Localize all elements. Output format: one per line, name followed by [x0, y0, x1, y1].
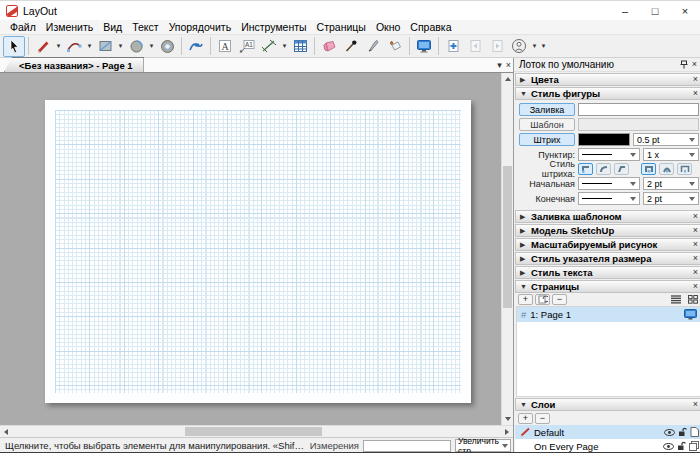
account-dropdown[interactable]: ▾	[530, 36, 539, 57]
split-tool-button[interactable]	[362, 36, 384, 57]
dimension-tool-button[interactable]	[258, 36, 280, 57]
rectangle-tool-dropdown[interactable]: ▾	[116, 36, 125, 57]
drawing-canvas[interactable]	[0, 73, 513, 425]
cap-round-button[interactable]	[659, 163, 674, 175]
section-text-style[interactable]: ▶ Стиль текста ×	[515, 266, 700, 279]
pages-grid-view-button[interactable]	[685, 294, 700, 305]
start-arrow-dropdown[interactable]	[578, 177, 640, 190]
fill-color-swatch[interactable]	[578, 103, 699, 116]
pattern-swatch[interactable]	[578, 118, 699, 131]
section-close-icon[interactable]: ×	[693, 281, 698, 292]
end-arrow-dropdown[interactable]	[578, 192, 640, 205]
section-scaled-drawing[interactable]: ▶ Масштабируемый рисунок ×	[515, 238, 700, 251]
menu-tools[interactable]: Инструменты	[236, 20, 311, 35]
add-page-button[interactable]	[442, 36, 464, 57]
canvas-vertical-scrollbar[interactable]	[501, 73, 513, 425]
layer-unlocked-icon[interactable]	[677, 441, 686, 451]
pages-duplicate-button[interactable]	[535, 294, 550, 305]
section-dimension-style[interactable]: ▶ Стиль указателя размера ×	[515, 252, 700, 265]
menu-arrange[interactable]: Упорядочить	[164, 20, 236, 35]
join-miter-button[interactable]	[578, 163, 593, 175]
select-tool-button[interactable]	[3, 36, 25, 57]
label-tool-button[interactable]: A1	[236, 36, 258, 57]
dash-pattern-dropdown[interactable]	[578, 148, 640, 161]
freehand-tool-button[interactable]	[185, 36, 207, 57]
start-arrow-size-dropdown[interactable]: 2 pt	[643, 177, 699, 190]
menu-view[interactable]: Вид	[98, 20, 127, 35]
style-tool-button[interactable]	[340, 36, 362, 57]
stroke-toggle-button[interactable]: Штрих	[519, 133, 575, 146]
layer-unlocked-icon[interactable]	[678, 427, 687, 437]
layer-row-default[interactable]: Default	[515, 425, 700, 439]
zoom-select[interactable]: Увеличить стр	[455, 439, 511, 452]
page-row[interactable]: # 1: Page 1	[517, 307, 700, 322]
page-presentation-icon[interactable]	[684, 309, 697, 320]
menu-window[interactable]: Окно	[371, 20, 405, 35]
menu-file[interactable]: Файл	[5, 20, 41, 35]
section-colors[interactable]: ▶ Цвета ×	[515, 73, 700, 86]
arc-tool-dropdown[interactable]: ▾	[85, 36, 94, 57]
section-close-icon[interactable]: ×	[693, 211, 698, 222]
offset-tool-button[interactable]	[156, 36, 178, 57]
rectangle-tool-button[interactable]	[94, 36, 116, 57]
previous-page-button[interactable]	[464, 36, 486, 57]
section-pages[interactable]: ▼ Страницы ×	[515, 280, 700, 293]
presentation-button[interactable]	[413, 36, 435, 57]
circle-tool-dropdown[interactable]: ▾	[147, 36, 156, 57]
layer-single-page-icon[interactable]	[690, 427, 699, 437]
section-shape-style[interactable]: ▼ Стиль фигуры ×	[515, 87, 700, 100]
layer-row-on-every-page[interactable]: On Every Page	[515, 439, 700, 453]
horizontal-scroll-thumb[interactable]	[185, 427, 322, 436]
maximize-button[interactable]: □	[640, 1, 670, 20]
vertical-scroll-thumb[interactable]	[503, 166, 512, 308]
tab-list-dropdown[interactable]: ▾	[497, 58, 502, 72]
menu-help[interactable]: Справка	[405, 20, 456, 35]
stroke-color-swatch[interactable]	[578, 133, 630, 146]
tab-close-icon[interactable]: ×	[506, 58, 511, 72]
circle-tool-button[interactable]	[125, 36, 147, 57]
join-round-button[interactable]	[596, 163, 611, 175]
menu-pages[interactable]: Страницы	[312, 20, 371, 35]
cap-square-button[interactable]	[677, 163, 692, 175]
close-button[interactable]: ×	[670, 1, 700, 20]
join-bevel-button[interactable]	[614, 163, 629, 175]
canvas-horizontal-scrollbar[interactable]	[0, 425, 513, 437]
end-arrow-size-dropdown[interactable]: 2 pt	[643, 192, 699, 205]
dimension-tool-dropdown[interactable]: ▾	[280, 36, 289, 57]
section-pattern-fill[interactable]: ▶ Заливка шаблоном ×	[515, 210, 700, 223]
section-close-icon[interactable]: ×	[693, 399, 698, 410]
dash-scale-dropdown[interactable]: 1 x	[643, 148, 699, 161]
menu-edit[interactable]: Изменить	[41, 20, 98, 35]
menu-text[interactable]: Текст	[127, 20, 163, 35]
scroll-up-icon[interactable]	[502, 73, 513, 85]
measurements-input[interactable]	[363, 440, 451, 452]
pattern-toggle-button[interactable]: Шаблон	[519, 118, 575, 131]
layer-visibility-icon[interactable]	[664, 429, 675, 436]
pages-list-view-button[interactable]	[668, 294, 683, 305]
fill-toggle-button[interactable]: Заливка	[519, 103, 575, 116]
eraser-tool-button[interactable]	[318, 36, 340, 57]
layers-remove-button[interactable]: −	[535, 413, 550, 424]
document-tab[interactable]: <Без названия> - Page 1	[4, 57, 144, 72]
text-tool-button[interactable]: A	[214, 36, 236, 57]
line-tool-button[interactable]	[32, 36, 54, 57]
page-sheet[interactable]	[45, 100, 471, 403]
section-close-icon[interactable]: ×	[693, 88, 698, 99]
table-tool-button[interactable]	[289, 36, 311, 57]
section-sketchup-model[interactable]: ▶ Модель SketchUp ×	[515, 224, 700, 237]
layer-multi-page-icon[interactable]	[689, 441, 699, 451]
section-close-icon[interactable]: ×	[693, 74, 698, 85]
pin-icon[interactable]	[680, 60, 688, 69]
section-layers[interactable]: ▼ Слои ×	[515, 398, 700, 411]
pages-add-button[interactable]: +	[518, 294, 533, 305]
pages-remove-button[interactable]: −	[552, 294, 567, 305]
scroll-down-icon[interactable]	[502, 413, 513, 425]
toolbar-overflow-button[interactable]: ▾	[539, 35, 548, 56]
account-button[interactable]	[508, 36, 530, 57]
layer-visibility-icon[interactable]	[663, 443, 674, 450]
section-close-icon[interactable]: ×	[693, 225, 698, 236]
cap-flat-button[interactable]	[641, 163, 656, 175]
section-close-icon[interactable]: ×	[693, 239, 698, 250]
stroke-width-dropdown[interactable]: 0.5 pt	[633, 133, 699, 146]
layers-add-button[interactable]: +	[518, 413, 533, 424]
